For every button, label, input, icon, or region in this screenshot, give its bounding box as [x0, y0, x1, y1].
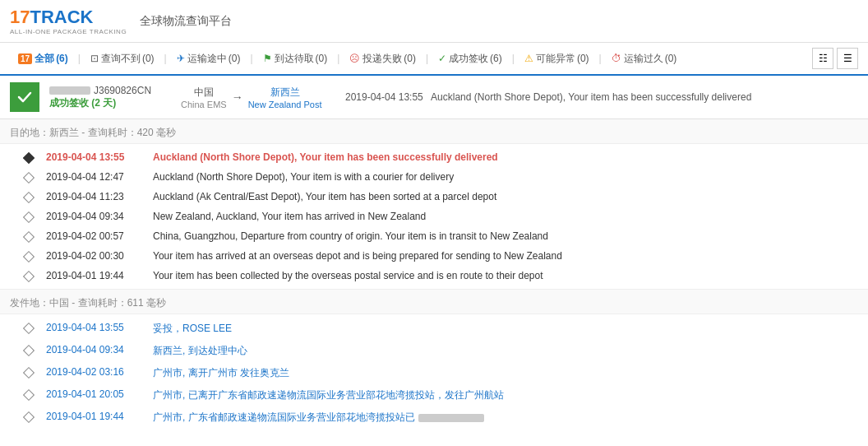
- tab-icon-anomaly: ⚠: [524, 53, 533, 64]
- tab-icon-transit: ✈: [177, 53, 185, 64]
- dest-event-row: 2019-04-01 19:44Your item has been colle…: [0, 266, 868, 286]
- origin-event-row: 2019-04-02 03:16广州市, 离开广州市 发往奥克兰: [0, 362, 868, 384]
- tab-icon-delivered: ✓: [438, 53, 446, 64]
- logo: 17 TRACK ALL-IN-ONE PACKAGE TRACKING: [10, 7, 127, 35]
- route-to-country: 新西兰: [270, 86, 300, 100]
- dest-event-row: 2019-04-02 00:57China, Guangzhou, Depart…: [0, 226, 868, 246]
- list-view-button[interactable]: ☰: [837, 48, 858, 69]
- tab-count-toolong: (0): [665, 53, 677, 64]
- tab-pickup[interactable]: ⚑到达待取(0): [255, 49, 336, 69]
- route-to-carrier: New Zealand Post: [248, 100, 322, 109]
- tab-transit[interactable]: ✈运输途中(0): [169, 49, 249, 69]
- logo-subtitle: ALL-IN-ONE PACKAGE TRACKING: [10, 28, 127, 35]
- event-diamond-icon: [23, 367, 35, 379]
- event-desc: 广州市, 已离开广东省邮政速递物流国际业务营业部花地湾揽投站，发往广州航站: [153, 388, 852, 402]
- tab-icon-failed: ☹: [349, 53, 360, 64]
- tab-separator: |: [426, 53, 428, 64]
- tab-count-delivered: (6): [490, 53, 502, 64]
- package-id-suffix: J3690826CN: [94, 85, 151, 96]
- event-time: 2019-04-04 12:47: [46, 171, 153, 183]
- tab-anomaly[interactable]: ⚠可能异常(0): [516, 49, 598, 69]
- origin-event-row: 2019-04-01 20:05广州市, 已离开广东省邮政速递物流国际业务营业部…: [0, 384, 868, 407]
- tab-count-anomaly: (0): [577, 53, 589, 64]
- package-row: J3690826CN 成功签收 (2 天) 中国 China EMS → 新西兰…: [0, 76, 868, 119]
- logo-17: 17: [10, 7, 30, 28]
- event-diamond-icon: [23, 192, 35, 203]
- tab-failed[interactable]: ☹投递失败(0): [341, 49, 424, 69]
- dest-section-header: 目的地：新西兰 - 查询耗时：420 毫秒: [0, 119, 868, 144]
- package-id: J3690826CN: [49, 85, 164, 96]
- package-last-event-time: 2019-04-04 13:55: [345, 91, 423, 103]
- logo-track: TRACK: [30, 7, 93, 28]
- event-desc: 广州市, 离开广州市 发往奥克兰: [153, 366, 852, 380]
- event-time: 2019-04-01 19:44: [46, 270, 153, 281]
- event-desc: Your item has arrived at an overseas dep…: [153, 250, 852, 262]
- event-desc-blur: [418, 414, 484, 422]
- event-time: 2019-04-04 11:23: [46, 191, 153, 202]
- origin-event-list: 2019-04-04 13:55妥投，ROSE LEE2019-04-04 09…: [0, 314, 868, 432]
- dest-event-row: 2019-04-04 13:55Auckland (North Shore De…: [0, 147, 868, 167]
- tab-separator: |: [78, 53, 81, 64]
- tab-label-notfound: 查询不到: [101, 52, 141, 66]
- origin-event-row: 2019-04-01 19:44广州市, 广东省邮政速递物流国际业务营业部花地湾…: [0, 407, 868, 429]
- tab-icon-notfound: ⊡: [90, 53, 99, 64]
- event-diamond-icon: [23, 345, 35, 356]
- dest-event-row: 2019-04-04 12:47Auckland (North Shore De…: [0, 167, 868, 187]
- package-status-text: 成功签收 (2 天): [49, 96, 164, 110]
- event-time: 2019-04-04 13:55: [46, 322, 153, 333]
- tab-label-all: 全部: [35, 52, 54, 66]
- event-time: 2019-04-02 00:57: [46, 230, 153, 242]
- package-id-blur: [49, 86, 90, 95]
- event-diamond-icon: [23, 389, 35, 401]
- tab-delivered[interactable]: ✓成功签收(6): [430, 49, 510, 69]
- event-desc: 广州市, 广东省邮政速递物流国际业务营业部花地湾揽投站已: [153, 411, 852, 425]
- event-desc: Auckland (Ak Central/East Depot), Your i…: [153, 191, 852, 202]
- package-info: J3690826CN 成功签收 (2 天): [49, 85, 164, 110]
- event-diamond-icon: [23, 211, 35, 223]
- tab-separator: |: [512, 53, 515, 64]
- event-desc: China, Guangzhou, Departure from country…: [153, 230, 852, 242]
- route-from-carrier: China EMS: [181, 100, 227, 109]
- dest-event-row: 2019-04-04 09:34New Zealand, Auckland, Y…: [0, 207, 868, 226]
- event-time: 2019-04-02 03:16: [46, 366, 153, 378]
- origin-section-header: 发件地：中国 - 查询耗时：611 毫秒: [0, 290, 868, 314]
- tab-count-pickup: (0): [316, 53, 328, 64]
- tab-separator: |: [164, 53, 167, 64]
- checkmark-icon: [16, 89, 33, 105]
- event-desc: Your item has been collected by the over…: [153, 270, 852, 281]
- origin-section-label: 发件地：中国 - 查询耗时：611 毫秒: [10, 297, 166, 309]
- event-desc: 新西兰, 到达处理中心: [153, 344, 852, 358]
- event-time: 2019-04-04 13:55: [46, 151, 153, 163]
- tab-icon-pickup: ⚑: [263, 53, 272, 64]
- tab-count-all: (6): [56, 53, 68, 64]
- tab-icon-toolong: ⏱: [612, 53, 621, 64]
- header: 17 TRACK ALL-IN-ONE PACKAGE TRACKING 全球物…: [0, 0, 868, 43]
- event-time: 2019-04-04 09:34: [46, 344, 153, 355]
- tab-notfound[interactable]: ⊡查询不到(0): [82, 49, 163, 69]
- route-arrow: →: [232, 91, 243, 104]
- tab-all[interactable]: 17全部(6): [10, 49, 76, 69]
- event-diamond-icon: [23, 172, 35, 184]
- tab-toolong[interactable]: ⏱运输过久(0): [603, 49, 686, 69]
- event-time: 2019-04-01 20:05: [46, 388, 153, 400]
- package-route: 中国 China EMS → 新西兰 New Zealand Post: [181, 86, 329, 109]
- tab-actions: ☷ ☰: [812, 48, 858, 69]
- dest-event-list: 2019-04-04 13:55Auckland (North Shore De…: [0, 144, 868, 289]
- tab-separator: |: [599, 53, 602, 64]
- event-desc: New Zealand, Auckland, Your item has arr…: [153, 211, 852, 222]
- tab-label-toolong: 运输过久: [624, 52, 663, 66]
- route-from-country: 中国: [194, 86, 214, 100]
- tab-label-failed: 投递失败: [362, 52, 402, 66]
- event-desc: Auckland (North Shore Depot), Your item …: [153, 151, 852, 163]
- tab-label-anomaly: 可能异常: [536, 52, 575, 66]
- tab-icon-all: 17: [18, 53, 32, 64]
- tab-count-failed: (0): [404, 53, 416, 64]
- tab-count-notfound: (0): [142, 53, 155, 64]
- origin-event-row: 2019-04-04 13:55妥投，ROSE LEE: [0, 318, 868, 340]
- event-time: 2019-04-01 19:44: [46, 411, 153, 422]
- dest-event-row: 2019-04-02 00:30Your item has arrived at…: [0, 246, 868, 266]
- grid-view-button[interactable]: ☷: [812, 48, 833, 69]
- tab-separator: |: [337, 53, 339, 64]
- event-time: 2019-04-04 09:34: [46, 211, 153, 222]
- tab-label-pickup: 到达待取: [275, 52, 314, 66]
